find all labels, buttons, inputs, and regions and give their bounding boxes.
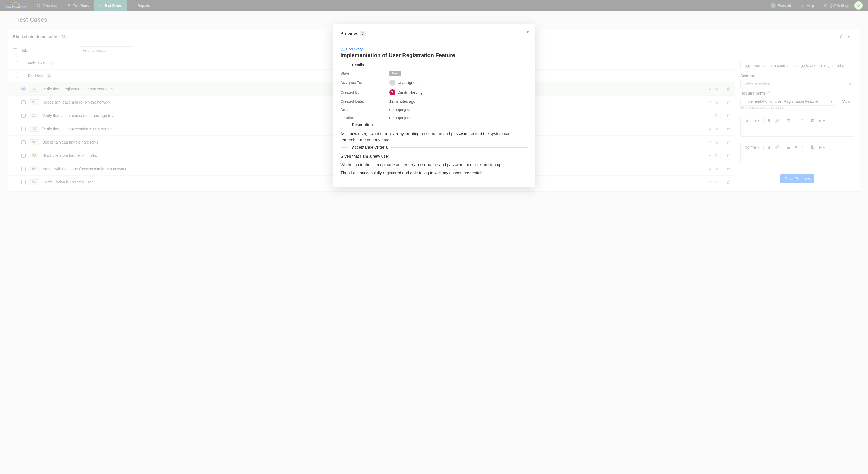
created-date-value: 12 minutes ago	[390, 99, 528, 103]
ac-line-3: Then I am successfully registered and ab…	[341, 170, 528, 176]
iteration-key: Iteration:	[341, 116, 390, 120]
story-icon	[341, 47, 344, 51]
description-text: As a new user, I want to register by cre…	[341, 131, 528, 143]
created-by-value: Dimitri Harding	[398, 90, 423, 95]
user-story-link[interactable]: User Story 2	[341, 47, 528, 51]
assigned-key: Assigned To:	[341, 81, 390, 85]
story-title: Implementation of User Registration Feat…	[341, 52, 528, 58]
svg-rect-8	[342, 49, 343, 49]
area-value: demoproject	[390, 107, 528, 112]
close-icon[interactable]: ✕	[526, 29, 530, 34]
ac-section-label: Acceptance Criteria	[352, 145, 388, 149]
state-badge: New	[390, 71, 401, 76]
created-date-key: Created Date:	[341, 99, 390, 103]
unassigned-avatar-icon	[390, 80, 396, 86]
ac-line-2: When I go to the sign up page and enter …	[341, 162, 528, 168]
description-section-label: Description	[352, 123, 373, 127]
details-section-label: Details	[352, 63, 365, 67]
area-key: Area:	[341, 107, 390, 112]
modal-backdrop[interactable]: ✕ Preview 2 User Story 2 Implementation …	[0, 0, 868, 197]
svg-rect-6	[341, 48, 344, 51]
creator-avatar: DH	[390, 89, 396, 95]
ac-line-1: Given that I am a new user	[341, 153, 528, 159]
modal-title: Preview	[341, 31, 357, 36]
preview-modal: ✕ Preview 2 User Story 2 Implementation …	[333, 25, 535, 187]
iteration-value: demoproject	[390, 116, 528, 120]
state-key: State:	[341, 71, 390, 76]
svg-rect-7	[342, 49, 342, 49]
created-by-key: Created By:	[341, 90, 390, 95]
assigned-value: Unassigned	[398, 81, 418, 85]
preview-count-badge: 2	[360, 31, 366, 36]
